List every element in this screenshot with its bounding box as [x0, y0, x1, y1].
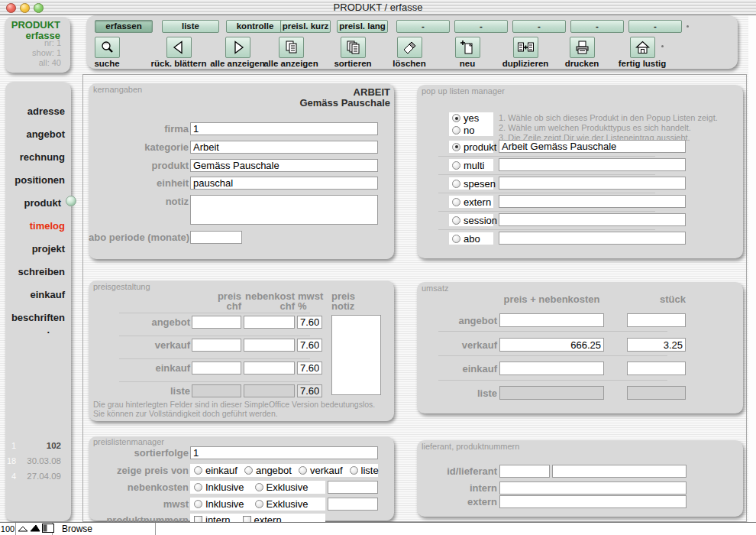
popup-type-produkt[interactable]: produkt — [449, 141, 493, 153]
radio-icon[interactable] — [452, 126, 460, 135]
popup-type-multi[interactable]: multi — [449, 159, 493, 171]
kategorie-field[interactable] — [190, 141, 378, 154]
radio-icon[interactable] — [350, 466, 358, 475]
radio-icon[interactable] — [452, 143, 460, 151]
tab-preisl-kurz[interactable]: preisl. kurz — [280, 20, 331, 33]
preis-notiz-field[interactable] — [331, 315, 381, 395]
mode-selector[interactable]: Browse — [53, 523, 156, 535]
radio-icon[interactable] — [194, 483, 202, 491]
sidebar-item-timelog[interactable]: timelog — [30, 220, 65, 232]
mwst-inklusive-option[interactable]: Inklusive — [194, 498, 244, 510]
zeige-liste-option[interactable]: liste — [350, 465, 379, 476]
radio-icon[interactable] — [452, 114, 460, 122]
sidebar-item-positionen[interactable]: positionen — [15, 174, 65, 186]
firma-field[interactable] — [190, 122, 378, 135]
umsatz-verkauf-stueck[interactable] — [627, 338, 686, 352]
zoom-in-icon[interactable] — [30, 524, 40, 535]
einheit-field[interactable] — [190, 177, 378, 190]
nebenkosten-inklusive-option[interactable]: Inklusive — [194, 481, 244, 493]
umsatz-einkauf-betrag[interactable] — [499, 362, 604, 375]
einkauf-preis-field[interactable] — [192, 362, 241, 374]
duplicate-icon[interactable] — [513, 37, 538, 58]
umsatz-angebot-betrag[interactable] — [499, 313, 604, 327]
sidebar-item-adresse[interactable]: adresse — [27, 105, 65, 117]
sidebar-item-schreiben[interactable]: schreiben — [18, 266, 65, 277]
zeige-angebot-option[interactable]: angebot — [244, 465, 292, 476]
radio-icon[interactable] — [299, 466, 307, 475]
tab-blank-3[interactable]: - — [512, 20, 566, 33]
tab-blank-5[interactable]: - — [628, 20, 682, 33]
popup-spesen-preview[interactable] — [499, 177, 686, 190]
tab-kontrolle[interactable]: kontrolle — [226, 20, 284, 33]
documents-stack-icon[interactable] — [341, 37, 366, 58]
popup-extern-preview[interactable] — [499, 195, 686, 208]
radio-icon[interactable] — [255, 483, 263, 491]
popup-yes-option[interactable]: yes — [452, 112, 479, 124]
popup-type-abo[interactable]: abo — [449, 232, 493, 245]
umsatz-einkauf-stueck[interactable] — [627, 362, 686, 375]
einkauf-nebenkost-field[interactable] — [244, 362, 295, 374]
popup-type-spesen[interactable]: spesen — [449, 177, 493, 190]
popup-produkt-preview[interactable] — [499, 140, 686, 153]
angebot-mwst-field[interactable] — [297, 316, 322, 329]
popup-multi-preview[interactable] — [499, 158, 686, 171]
tab-erfassen[interactable]: erfassen — [95, 20, 153, 33]
intern-field[interactable] — [499, 481, 687, 494]
nebenkosten-extra-field[interactable] — [328, 481, 378, 494]
radio-icon[interactable] — [194, 500, 202, 508]
sidebar-item-angebot[interactable]: angebot — [26, 128, 65, 140]
zeige-einkauf-option[interactable]: einkauf — [194, 465, 237, 476]
radio-icon[interactable] — [452, 161, 460, 170]
notiz-field[interactable] — [190, 195, 378, 225]
sidebar-item-dot[interactable]: . — [47, 324, 50, 336]
popup-type-session[interactable]: session — [449, 214, 493, 226]
zoom-level-field[interactable]: 100 — [0, 523, 16, 535]
search-button[interactable] — [95, 37, 120, 58]
sortierfolge-field[interactable] — [190, 446, 378, 459]
zeige-verkauf-option[interactable]: verkauf — [299, 465, 343, 476]
mwst-extra-field[interactable] — [328, 498, 378, 511]
sidebar-item-einkauf[interactable]: einkauf — [30, 289, 65, 300]
einkauf-mwst-field[interactable] — [297, 362, 322, 374]
radio-icon[interactable] — [452, 235, 460, 243]
radio-icon[interactable] — [452, 216, 460, 225]
popup-type-extern[interactable]: extern — [449, 196, 493, 208]
documents-icon[interactable] — [279, 37, 304, 58]
umsatz-angebot-stueck[interactable] — [627, 313, 686, 327]
sidebar-item-beschriften[interactable]: beschriften — [11, 312, 65, 323]
id-lieferant-name-field[interactable] — [552, 465, 687, 478]
radio-icon[interactable] — [255, 500, 263, 508]
abo-periode-field[interactable] — [190, 231, 242, 244]
tab-preisl-lang[interactable]: preisl. lang — [337, 20, 388, 33]
sidebar-item-projekt[interactable]: projekt — [32, 243, 65, 255]
tab-liste[interactable]: liste — [162, 20, 219, 33]
home-icon[interactable] — [630, 37, 655, 58]
mwst-exklusive-option[interactable]: Exklusive — [255, 498, 309, 510]
arrow-right-icon[interactable] — [225, 37, 250, 58]
tab-blank-2[interactable]: - — [454, 20, 508, 33]
sidebar-item-rechnung[interactable]: rechnung — [20, 151, 65, 163]
sidebar-item-produkt[interactable]: produkt — [24, 197, 61, 209]
popup-session-preview[interactable] — [499, 213, 686, 226]
radio-icon[interactable] — [452, 180, 460, 188]
produkt-field[interactable] — [190, 159, 378, 172]
radio-icon[interactable] — [452, 198, 460, 206]
eraser-icon[interactable] — [397, 37, 422, 58]
radio-icon[interactable] — [244, 466, 253, 475]
extern-field[interactable] — [499, 495, 687, 508]
arrow-left-icon[interactable] — [166, 37, 192, 58]
umsatz-verkauf-betrag[interactable] — [499, 338, 604, 352]
radio-icon[interactable] — [194, 466, 202, 475]
nebenkosten-exklusive-option[interactable]: Exklusive — [255, 481, 309, 493]
angebot-nebenkost-field[interactable] — [244, 316, 295, 329]
verkauf-nebenkost-field[interactable] — [244, 339, 295, 352]
tab-blank-1[interactable]: - — [396, 20, 450, 33]
new-document-icon[interactable] — [455, 37, 480, 58]
popup-abo-preview[interactable] — [499, 232, 686, 245]
printer-icon[interactable] — [570, 37, 595, 58]
popup-no-option[interactable]: no — [452, 125, 474, 136]
id-lieferant-id-field[interactable] — [499, 465, 550, 478]
tab-blank-4[interactable]: - — [570, 20, 624, 33]
zoom-out-icon[interactable] — [18, 524, 28, 535]
angebot-preis-field[interactable] — [192, 316, 241, 329]
